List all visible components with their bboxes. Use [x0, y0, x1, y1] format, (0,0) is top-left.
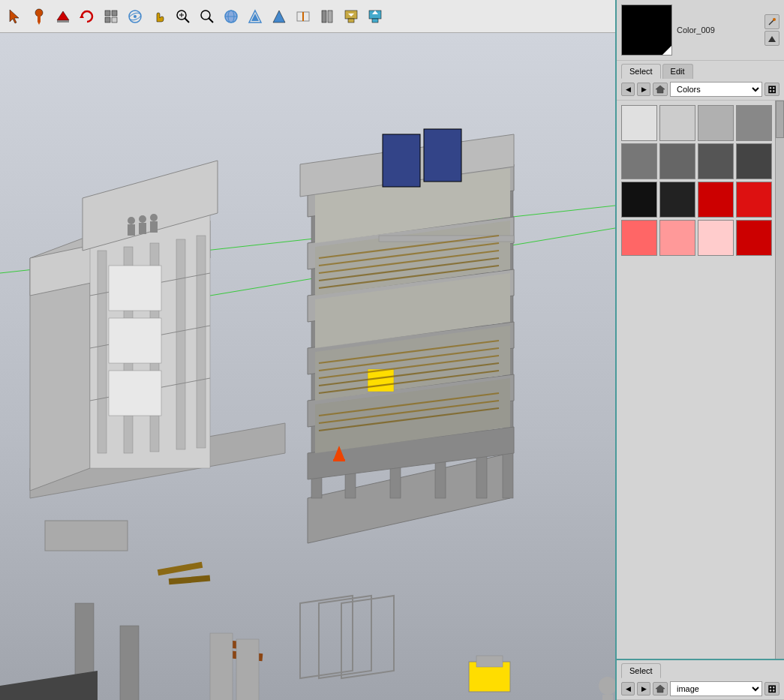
component-tool[interactable] [101, 6, 122, 27]
panel-buttons-top [764, 14, 779, 46]
tab-edit[interactable]: Edit [662, 64, 693, 79]
swatch-cell[interactable] [736, 220, 772, 256]
swatch-cell[interactable] [736, 105, 772, 141]
color-swatch-large [621, 5, 672, 56]
svg-marker-122 [656, 685, 665, 692]
svg-rect-52 [109, 266, 161, 311]
swatch-cell[interactable] [736, 143, 772, 179]
second-add-button[interactable]: ⊞ [764, 682, 779, 695]
svg-rect-10 [112, 17, 117, 23]
svg-rect-5 [57, 20, 69, 23]
second-forward-button[interactable]: ▶ [637, 682, 650, 695]
svg-point-1 [35, 9, 43, 17]
zoom-extents-tool[interactable] [173, 6, 194, 27]
svg-rect-47 [197, 236, 206, 448]
svg-line-118 [769, 20, 773, 25]
svg-rect-56 [128, 224, 135, 236]
add-category-button[interactable]: ⊞ [764, 83, 779, 96]
axes-tool[interactable] [317, 6, 338, 27]
svg-rect-60 [150, 221, 158, 233]
svg-rect-80 [383, 134, 420, 187]
expand-button[interactable] [764, 31, 779, 46]
svg-rect-114 [602, 695, 613, 700]
svg-marker-4 [57, 11, 69, 20]
upload-tool[interactable] [365, 6, 386, 27]
rotate-tool[interactable] [77, 6, 98, 27]
svg-rect-29 [328, 11, 332, 23]
second-section: Select ◀ ▶ imageColorsBrick and Cladding… [617, 659, 784, 700]
svg-rect-28 [322, 11, 326, 23]
swatch-cell[interactable] [621, 105, 657, 141]
category-dropdown[interactable]: ColorsBrick and CladdingCarpetConcreteGl… [670, 82, 762, 97]
svg-line-19 [209, 18, 213, 23]
svg-rect-54 [109, 371, 161, 416]
swatch-cell[interactable] [659, 143, 695, 179]
forward-button[interactable]: ▶ [637, 83, 650, 96]
swatch-cell[interactable] [698, 143, 734, 179]
svg-rect-53 [109, 318, 161, 363]
svg-rect-32 [348, 19, 354, 23]
svg-rect-81 [424, 129, 461, 182]
look-around-tool[interactable] [269, 6, 290, 27]
walk-tool[interactable] [245, 6, 266, 27]
svg-rect-46 [176, 239, 185, 449]
back-button[interactable]: ◀ [621, 83, 635, 96]
svg-point-13 [134, 15, 137, 18]
color-picker-toolbar: ◀ ▶ ColorsBrick and CladdingCarpetConcre… [617, 79, 784, 101]
svg-rect-83 [368, 369, 394, 392]
svg-marker-0 [10, 10, 19, 23]
second-tab-select[interactable]: Select [621, 663, 661, 678]
svg-rect-43 [98, 251, 107, 453]
orbit-tool[interactable] [125, 6, 146, 27]
svg-point-119 [773, 18, 776, 21]
color-preview-area: Color_009 [617, 0, 784, 61]
svg-rect-58 [139, 223, 146, 234]
swatch-cell[interactable] [659, 105, 695, 141]
swatch-cell[interactable] [621, 182, 657, 218]
hand-tool[interactable] [149, 6, 170, 27]
color-name-label: Color_009 [677, 26, 760, 35]
zoom-tool[interactable] [197, 6, 218, 27]
eyedropper-button[interactable] [764, 14, 779, 29]
swatch-cell[interactable] [621, 220, 657, 256]
swatches-grid [617, 101, 784, 260]
svg-rect-7 [105, 11, 110, 16]
svg-rect-107 [236, 639, 259, 700]
svg-marker-6 [80, 14, 84, 18]
scrollbar-thumb[interactable] [776, 101, 784, 138]
svg-rect-35 [372, 19, 378, 23]
swatch-cell[interactable] [698, 182, 734, 218]
svg-rect-99 [45, 521, 128, 551]
svg-point-55 [128, 217, 135, 224]
svg-rect-98 [333, 459, 345, 461]
svg-rect-112 [476, 656, 503, 667]
tabs-row: Select Edit [617, 61, 784, 79]
swatch-cell[interactable] [698, 220, 734, 256]
section-tool[interactable] [293, 6, 314, 27]
second-home-button[interactable] [653, 682, 668, 695]
select-tool[interactable] [5, 6, 26, 27]
download-tool[interactable] [341, 6, 362, 27]
eraser-tool[interactable] [53, 6, 74, 27]
svg-marker-120 [768, 36, 776, 42]
svg-rect-105 [120, 626, 139, 700]
swatch-cell[interactable] [621, 143, 657, 179]
globe-tool[interactable] [221, 6, 242, 27]
second-back-button[interactable]: ◀ [621, 682, 635, 695]
viewport[interactable] [0, 33, 615, 700]
swatches-scrollbar[interactable] [775, 101, 784, 659]
svg-rect-8 [112, 11, 117, 16]
svg-marker-121 [656, 86, 665, 93]
swatch-cell[interactable] [659, 220, 695, 256]
svg-point-57 [139, 215, 146, 223]
second-tabs-row: Select [617, 660, 784, 678]
home-button[interactable] [653, 83, 668, 96]
tab-select[interactable]: Select [621, 64, 661, 79]
image-category-dropdown[interactable]: imageColorsBrick and Cladding [670, 681, 762, 696]
pencil-tool[interactable] [29, 6, 50, 27]
materials-panel: Color_009 Select Edit ◀ ▶ ColorsBrick an… [615, 0, 784, 700]
swatch-cell[interactable] [698, 105, 734, 141]
swatch-cell[interactable] [659, 182, 695, 218]
second-picker-toolbar: ◀ ▶ imageColorsBrick and Cladding ⊞ [617, 678, 784, 700]
swatch-cell[interactable] [736, 182, 772, 218]
